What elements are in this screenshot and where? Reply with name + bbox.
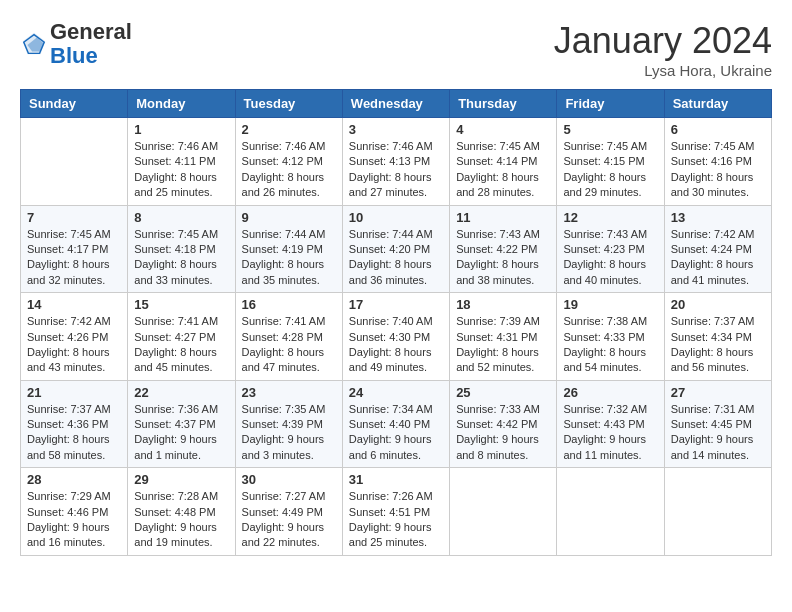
day-number: 30 xyxy=(242,472,336,487)
cell-content: Sunrise: 7:35 AM Sunset: 4:39 PM Dayligh… xyxy=(242,402,336,464)
cell-content: Sunrise: 7:36 AM Sunset: 4:37 PM Dayligh… xyxy=(134,402,228,464)
calendar-cell: 14Sunrise: 7:42 AM Sunset: 4:26 PM Dayli… xyxy=(21,293,128,381)
calendar-cell: 16Sunrise: 7:41 AM Sunset: 4:28 PM Dayli… xyxy=(235,293,342,381)
calendar-cell: 7Sunrise: 7:45 AM Sunset: 4:17 PM Daylig… xyxy=(21,205,128,293)
calendar-cell: 11Sunrise: 7:43 AM Sunset: 4:22 PM Dayli… xyxy=(450,205,557,293)
logo-text: General Blue xyxy=(50,20,132,68)
column-header-saturday: Saturday xyxy=(664,90,771,118)
column-header-thursday: Thursday xyxy=(450,90,557,118)
day-number: 22 xyxy=(134,385,228,400)
calendar-cell: 25Sunrise: 7:33 AM Sunset: 4:42 PM Dayli… xyxy=(450,380,557,468)
calendar-week-row: 1Sunrise: 7:46 AM Sunset: 4:11 PM Daylig… xyxy=(21,118,772,206)
day-number: 27 xyxy=(671,385,765,400)
cell-content: Sunrise: 7:46 AM Sunset: 4:13 PM Dayligh… xyxy=(349,139,443,201)
calendar-cell: 12Sunrise: 7:43 AM Sunset: 4:23 PM Dayli… xyxy=(557,205,664,293)
cell-content: Sunrise: 7:28 AM Sunset: 4:48 PM Dayligh… xyxy=(134,489,228,551)
logo-blue: Blue xyxy=(50,43,98,68)
calendar-cell: 4Sunrise: 7:45 AM Sunset: 4:14 PM Daylig… xyxy=(450,118,557,206)
calendar-cell xyxy=(664,468,771,556)
day-number: 28 xyxy=(27,472,121,487)
day-number: 19 xyxy=(563,297,657,312)
day-number: 13 xyxy=(671,210,765,225)
month-title: January 2024 xyxy=(554,20,772,62)
cell-content: Sunrise: 7:42 AM Sunset: 4:26 PM Dayligh… xyxy=(27,314,121,376)
cell-content: Sunrise: 7:41 AM Sunset: 4:28 PM Dayligh… xyxy=(242,314,336,376)
calendar-cell: 8Sunrise: 7:45 AM Sunset: 4:18 PM Daylig… xyxy=(128,205,235,293)
calendar-week-row: 21Sunrise: 7:37 AM Sunset: 4:36 PM Dayli… xyxy=(21,380,772,468)
column-header-tuesday: Tuesday xyxy=(235,90,342,118)
calendar-table: SundayMondayTuesdayWednesdayThursdayFrid… xyxy=(20,89,772,556)
cell-content: Sunrise: 7:45 AM Sunset: 4:18 PM Dayligh… xyxy=(134,227,228,289)
title-block: January 2024 Lysa Hora, Ukraine xyxy=(554,20,772,79)
calendar-cell: 2Sunrise: 7:46 AM Sunset: 4:12 PM Daylig… xyxy=(235,118,342,206)
calendar-cell: 27Sunrise: 7:31 AM Sunset: 4:45 PM Dayli… xyxy=(664,380,771,468)
calendar-cell: 15Sunrise: 7:41 AM Sunset: 4:27 PM Dayli… xyxy=(128,293,235,381)
cell-content: Sunrise: 7:27 AM Sunset: 4:49 PM Dayligh… xyxy=(242,489,336,551)
calendar-cell: 17Sunrise: 7:40 AM Sunset: 4:30 PM Dayli… xyxy=(342,293,449,381)
cell-content: Sunrise: 7:29 AM Sunset: 4:46 PM Dayligh… xyxy=(27,489,121,551)
calendar-cell: 19Sunrise: 7:38 AM Sunset: 4:33 PM Dayli… xyxy=(557,293,664,381)
day-number: 29 xyxy=(134,472,228,487)
location-subtitle: Lysa Hora, Ukraine xyxy=(554,62,772,79)
day-number: 18 xyxy=(456,297,550,312)
day-number: 23 xyxy=(242,385,336,400)
day-number: 10 xyxy=(349,210,443,225)
calendar-cell: 20Sunrise: 7:37 AM Sunset: 4:34 PM Dayli… xyxy=(664,293,771,381)
column-header-monday: Monday xyxy=(128,90,235,118)
calendar-cell: 31Sunrise: 7:26 AM Sunset: 4:51 PM Dayli… xyxy=(342,468,449,556)
cell-content: Sunrise: 7:44 AM Sunset: 4:20 PM Dayligh… xyxy=(349,227,443,289)
day-number: 15 xyxy=(134,297,228,312)
calendar-cell: 22Sunrise: 7:36 AM Sunset: 4:37 PM Dayli… xyxy=(128,380,235,468)
day-number: 9 xyxy=(242,210,336,225)
cell-content: Sunrise: 7:45 AM Sunset: 4:15 PM Dayligh… xyxy=(563,139,657,201)
day-number: 26 xyxy=(563,385,657,400)
calendar-cell xyxy=(21,118,128,206)
day-number: 25 xyxy=(456,385,550,400)
column-header-wednesday: Wednesday xyxy=(342,90,449,118)
cell-content: Sunrise: 7:40 AM Sunset: 4:30 PM Dayligh… xyxy=(349,314,443,376)
cell-content: Sunrise: 7:32 AM Sunset: 4:43 PM Dayligh… xyxy=(563,402,657,464)
cell-content: Sunrise: 7:45 AM Sunset: 4:14 PM Dayligh… xyxy=(456,139,550,201)
column-header-friday: Friday xyxy=(557,90,664,118)
cell-content: Sunrise: 7:37 AM Sunset: 4:34 PM Dayligh… xyxy=(671,314,765,376)
cell-content: Sunrise: 7:41 AM Sunset: 4:27 PM Dayligh… xyxy=(134,314,228,376)
day-number: 14 xyxy=(27,297,121,312)
day-number: 8 xyxy=(134,210,228,225)
cell-content: Sunrise: 7:43 AM Sunset: 4:23 PM Dayligh… xyxy=(563,227,657,289)
cell-content: Sunrise: 7:38 AM Sunset: 4:33 PM Dayligh… xyxy=(563,314,657,376)
logo-general: General xyxy=(50,19,132,44)
calendar-cell: 6Sunrise: 7:45 AM Sunset: 4:16 PM Daylig… xyxy=(664,118,771,206)
calendar-cell: 23Sunrise: 7:35 AM Sunset: 4:39 PM Dayli… xyxy=(235,380,342,468)
cell-content: Sunrise: 7:39 AM Sunset: 4:31 PM Dayligh… xyxy=(456,314,550,376)
calendar-cell xyxy=(557,468,664,556)
cell-content: Sunrise: 7:34 AM Sunset: 4:40 PM Dayligh… xyxy=(349,402,443,464)
calendar-cell: 1Sunrise: 7:46 AM Sunset: 4:11 PM Daylig… xyxy=(128,118,235,206)
cell-content: Sunrise: 7:44 AM Sunset: 4:19 PM Dayligh… xyxy=(242,227,336,289)
calendar-cell: 10Sunrise: 7:44 AM Sunset: 4:20 PM Dayli… xyxy=(342,205,449,293)
day-number: 20 xyxy=(671,297,765,312)
cell-content: Sunrise: 7:33 AM Sunset: 4:42 PM Dayligh… xyxy=(456,402,550,464)
day-number: 24 xyxy=(349,385,443,400)
calendar-week-row: 28Sunrise: 7:29 AM Sunset: 4:46 PM Dayli… xyxy=(21,468,772,556)
cell-content: Sunrise: 7:31 AM Sunset: 4:45 PM Dayligh… xyxy=(671,402,765,464)
cell-content: Sunrise: 7:42 AM Sunset: 4:24 PM Dayligh… xyxy=(671,227,765,289)
day-number: 16 xyxy=(242,297,336,312)
calendar-cell: 30Sunrise: 7:27 AM Sunset: 4:49 PM Dayli… xyxy=(235,468,342,556)
day-number: 6 xyxy=(671,122,765,137)
calendar-cell: 29Sunrise: 7:28 AM Sunset: 4:48 PM Dayli… xyxy=(128,468,235,556)
cell-content: Sunrise: 7:26 AM Sunset: 4:51 PM Dayligh… xyxy=(349,489,443,551)
day-number: 17 xyxy=(349,297,443,312)
calendar-cell: 9Sunrise: 7:44 AM Sunset: 4:19 PM Daylig… xyxy=(235,205,342,293)
calendar-week-row: 14Sunrise: 7:42 AM Sunset: 4:26 PM Dayli… xyxy=(21,293,772,381)
calendar-cell: 18Sunrise: 7:39 AM Sunset: 4:31 PM Dayli… xyxy=(450,293,557,381)
logo: General Blue xyxy=(20,20,132,68)
calendar-cell xyxy=(450,468,557,556)
logo-icon xyxy=(20,30,48,58)
day-number: 1 xyxy=(134,122,228,137)
day-number: 2 xyxy=(242,122,336,137)
calendar-cell: 28Sunrise: 7:29 AM Sunset: 4:46 PM Dayli… xyxy=(21,468,128,556)
day-number: 7 xyxy=(27,210,121,225)
cell-content: Sunrise: 7:43 AM Sunset: 4:22 PM Dayligh… xyxy=(456,227,550,289)
day-number: 31 xyxy=(349,472,443,487)
calendar-cell: 5Sunrise: 7:45 AM Sunset: 4:15 PM Daylig… xyxy=(557,118,664,206)
